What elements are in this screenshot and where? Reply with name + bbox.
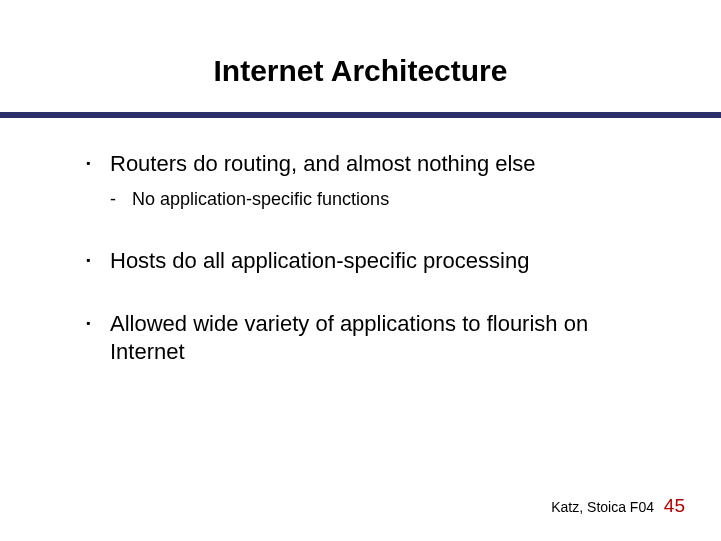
list-item: Routers do routing, and almost nothing e… <box>86 150 666 211</box>
slide-title: Internet Architecture <box>0 54 721 88</box>
slide-footer: Katz, Stoica F04 45 <box>551 495 685 517</box>
sub-text: No application-specific functions <box>132 189 389 209</box>
page-number: 45 <box>664 495 685 516</box>
title-rule <box>0 112 721 118</box>
bullet-list: Routers do routing, and almost nothing e… <box>86 150 666 365</box>
bullet-text: Routers do routing, and almost nothing e… <box>110 151 536 176</box>
bullet-text: Allowed wide variety of applications to … <box>110 311 588 364</box>
footer-attrib: Katz, Stoica F04 <box>551 499 654 515</box>
slide-content: Routers do routing, and almost nothing e… <box>86 150 666 401</box>
sub-list: No application-specific functions <box>110 188 666 211</box>
list-item: Hosts do all application-specific proces… <box>86 247 666 275</box>
slide: Internet Architecture Routers do routing… <box>0 0 721 541</box>
sub-item: No application-specific functions <box>110 188 666 211</box>
bullet-text: Hosts do all application-specific proces… <box>110 248 529 273</box>
list-item: Allowed wide variety of applications to … <box>86 310 666 365</box>
